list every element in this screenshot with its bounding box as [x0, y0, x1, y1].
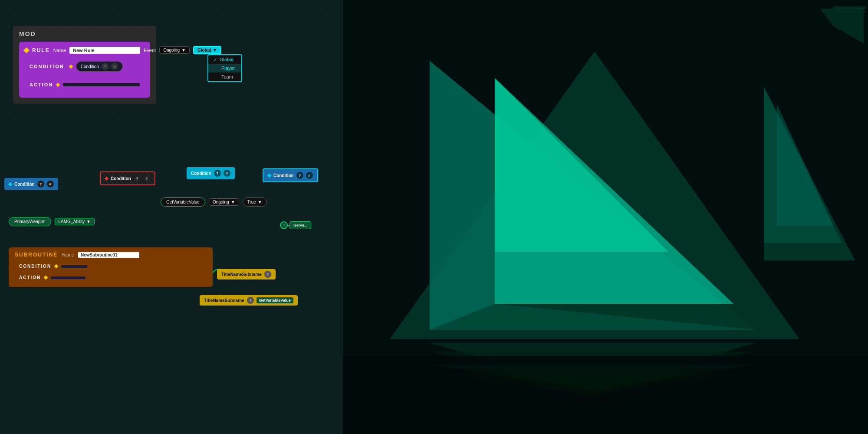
cond-cyan-text: Condition: [191, 171, 211, 176]
sub-condition-diamond: [54, 264, 59, 269]
action-label: ACTION: [30, 82, 53, 87]
sub-condition-bar: [61, 265, 87, 268]
cond-cyan-q-icon: ?: [214, 170, 221, 177]
right-panel: [343, 0, 868, 434]
sub-pill-action[interactable]: TitleNameSubname ? GetVariableValue: [200, 295, 298, 306]
subroutine-name-label: Name: [62, 253, 74, 257]
primary-weapon-pill[interactable]: PrimaryWeapon: [9, 217, 51, 226]
getval-circle-icon: ?: [280, 221, 288, 229]
dropdown-item-team[interactable]: Team: [208, 72, 241, 81]
action-block: ACTION: [24, 76, 145, 93]
rule-label: RULE: [32, 47, 50, 53]
action-diamond-icon: [56, 82, 60, 87]
right-panel-graphic: [343, 0, 868, 434]
rule-block: RULE Name Event Ongoing ▼ Global ▼ CONDI…: [19, 42, 150, 98]
sub-action-diamond: [44, 276, 48, 280]
getval-text: GetVa...: [289, 221, 311, 229]
condition-pill[interactable]: Condition ? #: [76, 61, 123, 72]
condition-label: CONDITION: [30, 64, 64, 69]
getval-floating: ? GetVa...: [280, 221, 311, 229]
cond-blue-text: Condition: [14, 182, 35, 187]
var-row: GetVariableValue Ongoing ▼ True ▼: [161, 197, 267, 207]
scope-dropdown-arrow-icon: ▼: [213, 48, 217, 53]
event-dropdown[interactable]: Ongoing ▼: [159, 46, 190, 54]
scope-dropdown-menu: ✓ Global Player Team: [207, 54, 242, 82]
svg-rect-18: [833, 7, 866, 9]
subroutine-header: SUBROUTINE Name: [15, 252, 207, 258]
subroutine-container: SUBROUTINE Name CONDITION ACTION: [9, 247, 213, 287]
sub-action-block: ACTION: [15, 273, 207, 283]
dropdown-item-global[interactable]: ✓ Global: [208, 55, 241, 64]
rule-name-label: Name: [53, 48, 66, 53]
dropdown-arrow-icon: ▼: [181, 48, 186, 53]
cond-blue-q-icon: ?: [37, 181, 44, 187]
sub-pill-action-q-icon: ?: [247, 297, 254, 304]
subroutine-name-input[interactable]: [78, 252, 139, 258]
cond-cyan-hash-icon: #: [224, 170, 230, 177]
condition-diamond-icon: [69, 64, 73, 69]
getvariable-pill[interactable]: GetVariableValue: [161, 197, 205, 207]
sub-pill-condition-q-icon: ?: [264, 271, 271, 278]
mod-title: MOD: [19, 30, 150, 37]
cond-cyan2-hash-icon: #: [306, 172, 313, 179]
condition-question-icon: ?: [102, 63, 108, 70]
check-icon: ✓: [214, 57, 217, 62]
rule-diamond-icon: [23, 47, 30, 53]
sub-pill-action-text: TitleNameSubname: [204, 298, 244, 303]
cond-red-diamond: [105, 176, 109, 181]
lamg-arrow-icon: ▼: [86, 219, 91, 224]
subroutine-label: SUBROUTINE: [15, 252, 58, 258]
condition-block: CONDITION Condition ? #: [24, 58, 145, 75]
condition-pill-text: Condition: [81, 64, 99, 69]
cond-red-text: Condition: [111, 176, 131, 181]
event-label: Event: [144, 48, 156, 53]
cond-cyan2-diamond: [267, 173, 272, 178]
lamg-dropdown[interactable]: LAMG_Ability ▼: [55, 218, 95, 225]
sub-condition-label: CONDITION: [19, 264, 51, 269]
primary-weapon-row: PrimaryWeapon LAMG_Ability ▼: [9, 217, 95, 226]
true-dropdown[interactable]: True ▼: [243, 197, 267, 207]
ongoing-arrow-icon: ▼: [231, 200, 235, 204]
cond-cyan2-q-icon: ?: [296, 172, 303, 179]
ongoing-dropdown[interactable]: Ongoing ▼: [209, 198, 239, 206]
condition-hash-icon: #: [111, 63, 118, 70]
sub-pill-condition[interactable]: TitleNameSubname ?: [217, 269, 276, 279]
cond-cyan2-text: Condition: [273, 173, 294, 178]
sub-action-bar: [51, 276, 85, 279]
action-bar: [63, 83, 140, 86]
sub-getvar-text: GetVariableValue: [256, 297, 293, 303]
cond-red-q-icon: ?: [134, 175, 141, 182]
sub-action-label: ACTION: [19, 275, 41, 280]
rule-header: RULE Name Event Ongoing ▼ Global ▼: [24, 46, 145, 54]
sub-condition-block: CONDITION: [15, 261, 207, 271]
true-arrow-icon: ▼: [258, 200, 262, 204]
cond-red-hash-icon: #: [143, 175, 150, 182]
cond-blue-diamond: [8, 182, 13, 186]
scope-dropdown[interactable]: Global ▼: [193, 46, 221, 54]
getvariable-text: GetVariableValue: [166, 200, 200, 204]
mod-container: MOD RULE Name Event Ongoing ▼ Global ▼: [13, 26, 156, 104]
dropdown-item-player[interactable]: Player: [208, 64, 241, 72]
rule-name-input[interactable]: [69, 47, 140, 54]
sub-pill-condition-text: TitleNameSubname: [221, 272, 262, 277]
cond-blue-hash-icon: #: [47, 181, 54, 187]
left-panel: MOD RULE Name Event Ongoing ▼ Global ▼: [0, 0, 343, 434]
primary-weapon-text: PrimaryWeapon: [14, 219, 46, 224]
svg-rect-19: [838, 11, 866, 13]
